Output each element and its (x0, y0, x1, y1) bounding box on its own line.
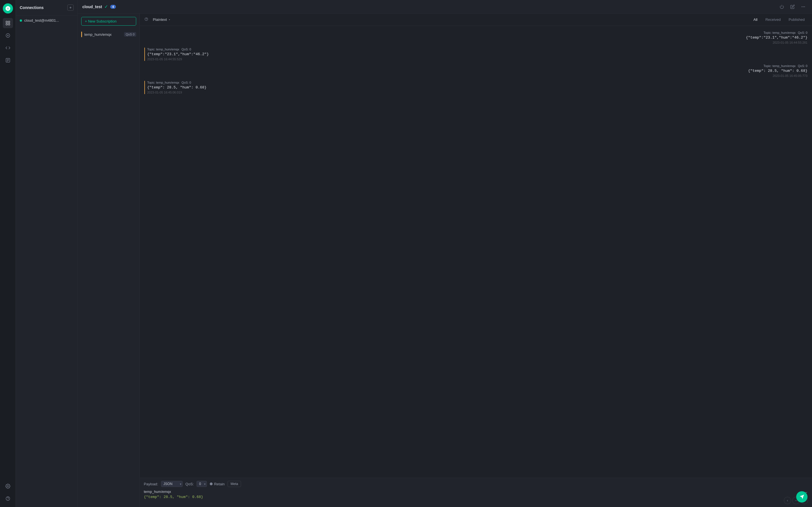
add-connection-button[interactable] (67, 4, 73, 11)
filter-all-button[interactable]: All (751, 16, 760, 23)
message-timestamp: 2023-01-05 16:44:55:529 (147, 57, 209, 61)
payload-format-select[interactable]: JSON Plaintext Hex Base64 (161, 481, 183, 487)
subscription-item[interactable]: temp_hum/emqx QoS 0 (78, 29, 140, 40)
payload-input[interactable]: {"temp": 28.5, "hum": 0.68} (144, 495, 781, 503)
svg-rect-4 (8, 24, 10, 25)
svg-point-19 (803, 6, 804, 7)
power-button[interactable] (777, 3, 786, 11)
message-content: {"temp":"23.1","hum":"46.2"} (147, 52, 209, 56)
message-qos: QoS: 0 (182, 48, 191, 51)
help-icon[interactable] (3, 494, 13, 504)
payload-format-select-wrap[interactable]: JSON Plaintext Hex Base64 (161, 481, 183, 487)
message-content: {"temp": 28.5, "hum": 0.68} (147, 86, 207, 90)
subscription-topic: temp_hum/emqx (84, 33, 122, 37)
topbar: cloud_test ✓ 4 (78, 0, 812, 13)
app-logo[interactable] (3, 3, 13, 13)
format-label: Plaintext (153, 17, 167, 22)
svg-point-18 (802, 6, 802, 7)
send-message-button[interactable] (796, 491, 808, 503)
message-toolbar: Plaintext All Received Published (140, 13, 812, 26)
publish-toolbar: Payload: JSON Plaintext Hex Base64 QoS: … (144, 481, 808, 487)
subscriptions-panel: + New Subscription temp_hum/emqx QoS 0 (78, 13, 140, 507)
connection-check-icon: ✓ (104, 4, 108, 9)
publish-area: Payload: JSON Plaintext Hex Base64 QoS: … (140, 478, 812, 507)
message-topic: Topic: temp_hum/emqx (147, 48, 179, 51)
message-qos: QoS: 0 (182, 81, 191, 84)
publish-bottom-row: {"temp": 28.5, "hum": 0.68} ‹ − › (144, 495, 808, 504)
message-timestamp: 2023-01-05 16:44:55:281 (772, 41, 808, 44)
subscription-count-badge: 4 (110, 5, 116, 9)
message-meta: Topic: temp_hum/emqx QoS: 0 (763, 31, 808, 34)
filter-published-button[interactable]: Published (786, 16, 808, 23)
topbar-title: cloud_test (82, 4, 102, 9)
meta-button[interactable]: Meta (227, 481, 241, 487)
svg-rect-3 (6, 24, 7, 25)
format-selector-button[interactable]: Plaintext (151, 16, 173, 23)
subscription-qos-badge: QoS 0 (124, 32, 136, 37)
filter-received-button[interactable]: Received (763, 16, 783, 23)
code-icon[interactable] (3, 43, 13, 53)
connection-status-dot (20, 19, 22, 22)
svg-point-12 (7, 486, 8, 487)
received-message: Topic: temp_hum/emqx QoS: 0 {"temp":"23.… (144, 48, 209, 61)
message-content: {"temp":"23.1","hum":"46.2"} (746, 36, 808, 40)
message-topic: Topic: temp_hum/emqx (763, 64, 796, 68)
qos-label: QoS: (186, 482, 194, 486)
svg-point-20 (804, 6, 805, 7)
content-area: + New Subscription temp_hum/emqx QoS 0 (78, 13, 812, 507)
sidebar: Connections cloud_test@m4801... (16, 0, 78, 507)
qos-select[interactable]: 0 1 2 (197, 481, 207, 487)
svg-rect-1 (6, 21, 7, 22)
message-meta: Topic: temp_hum/emqx QoS: 0 (147, 48, 209, 51)
published-message: Topic: temp_hum/emqx QoS: 0 {"temp": 28.… (748, 64, 808, 77)
messages-area: Plaintext All Received Published Topic: … (140, 13, 812, 507)
prev-message-button[interactable]: ‹ (784, 497, 791, 504)
published-message: Topic: temp_hum/emqx QoS: 0 {"temp":"23.… (746, 31, 808, 44)
message-qos: QoS: 0 (798, 31, 808, 34)
sidebar-title: Connections (20, 5, 44, 10)
payload-label: Payload: (144, 482, 158, 486)
table-row: Topic: temp_hum/emqx QoS: 0 {"temp": 28.… (140, 79, 812, 96)
table-row: Topic: temp_hum/emqx QoS: 0 {"temp":"23.… (140, 29, 812, 46)
main-area: cloud_test ✓ 4 + New Subscription (78, 0, 812, 507)
svg-marker-24 (800, 495, 804, 499)
sidebar-header: Connections (16, 0, 78, 15)
message-meta: Topic: temp_hum/emqx QoS: 0 (147, 81, 207, 84)
received-message: Topic: temp_hum/emqx QoS: 0 {"temp": 28.… (144, 81, 207, 94)
connections-icon[interactable] (3, 18, 13, 28)
messages-list: Topic: temp_hum/emqx QoS: 0 {"temp":"23.… (140, 26, 812, 478)
help-circle-icon (144, 17, 148, 22)
retain-toggle[interactable]: Retain (210, 482, 225, 486)
more-menu-button[interactable] (799, 3, 808, 11)
message-content: {"temp": 28.5, "hum": 0.68} (748, 69, 808, 73)
edit-button[interactable] (788, 3, 797, 11)
payload-area: {"temp": 28.5, "hum": 0.68} (144, 495, 781, 504)
message-qos: QoS: 0 (798, 64, 808, 68)
sidebar-item-connection[interactable]: cloud_test@m4801... (16, 15, 78, 25)
logs-icon[interactable] (3, 55, 13, 65)
message-timestamp: 2023-01-05 16:45:06:019 (147, 91, 207, 94)
svg-point-21 (145, 18, 148, 21)
connection-name: cloud_test@m4801... (24, 18, 59, 22)
settings-icon[interactable] (3, 481, 13, 491)
topic-row: ⌄ (144, 489, 808, 494)
message-meta: Topic: temp_hum/emqx QoS: 0 (763, 64, 808, 68)
table-row: Topic: temp_hum/emqx QoS: 0 {"temp": 28.… (140, 62, 812, 79)
qos-select-wrap[interactable]: 0 1 2 (197, 481, 207, 487)
add-icon[interactable] (3, 31, 13, 41)
table-row: Topic: temp_hum/emqx QoS: 0 {"temp":"23.… (140, 46, 812, 62)
subscription-color-indicator (81, 32, 82, 37)
svg-rect-2 (8, 21, 10, 22)
message-timestamp: 2023-01-05 16:45:05:773 (772, 74, 808, 77)
svg-point-13 (6, 497, 10, 501)
icon-bar (0, 0, 16, 507)
message-topic: Topic: temp_hum/emqx (763, 31, 796, 34)
message-topic: Topic: temp_hum/emqx (147, 81, 179, 84)
topic-input[interactable] (144, 490, 805, 494)
new-subscription-button[interactable]: + New Subscription (81, 17, 136, 25)
retain-label: Retain (214, 482, 225, 486)
retain-dot-icon (210, 483, 213, 485)
